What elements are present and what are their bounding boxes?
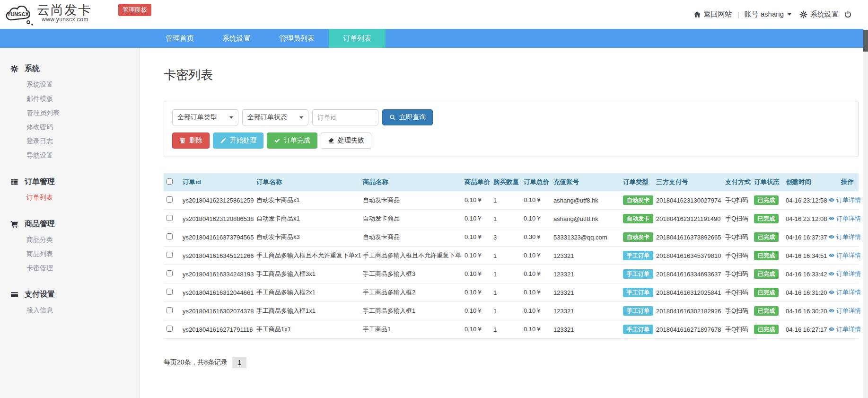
order-detail-label: 订单详情 bbox=[836, 307, 861, 315]
order-detail-link[interactable]: 订单详情 bbox=[828, 196, 861, 204]
order-id-cell: ys2018041616373794565 bbox=[180, 228, 254, 247]
sidebar-item[interactable]: 订单列表 bbox=[0, 190, 140, 204]
pencil-action-button[interactable]: 开始处理 bbox=[213, 133, 263, 149]
operation-cell: 订单详情 bbox=[825, 228, 859, 247]
order-id-input[interactable] bbox=[312, 109, 378, 125]
vertical-scrollbar bbox=[863, 29, 868, 398]
orders-table: 订单id订单名称商品名称商品单价购买数量订单总价充值账号订单类型三方支付号支付方… bbox=[164, 173, 859, 339]
sidebar-heading-4[interactable]: 支付设置 bbox=[0, 286, 140, 303]
order-type-cell: 手工订单 bbox=[620, 247, 653, 265]
pagination-summary: 每页20条，共8条记录 bbox=[164, 358, 228, 367]
search-icon bbox=[389, 114, 396, 121]
back-to-site-link[interactable]: 返回网站 bbox=[693, 10, 732, 19]
order-detail-link[interactable]: 订单详情 bbox=[828, 288, 861, 297]
chevron-down-icon bbox=[788, 13, 791, 16]
brand-url: www.yunscx.com bbox=[42, 16, 92, 23]
order-detail-link[interactable]: 订单详情 bbox=[828, 307, 861, 315]
order-detail-link[interactable]: 订单详情 bbox=[828, 214, 861, 223]
table-header-row: 订单id订单名称商品名称商品单价购买数量订单总价充值账号订单类型三方支付号支付方… bbox=[164, 173, 859, 191]
order-id-cell: ys2018041616302074378 bbox=[180, 302, 254, 320]
sidebar-item[interactable]: 商品分类 bbox=[0, 232, 140, 247]
row-checkbox[interactable] bbox=[167, 307, 173, 313]
search-button[interactable]: 立即查询 bbox=[382, 109, 433, 125]
table-row: ys2018041616271791116手工商品1x1手工商品10.10￥10… bbox=[164, 320, 859, 339]
sidebar-item[interactable]: 修改密码 bbox=[0, 120, 140, 134]
table-row: ys2018041616373794565自动发卡商品x3自动发卡商品0.10￥… bbox=[164, 228, 859, 247]
sidebar-item[interactable]: 系统设置 bbox=[0, 77, 140, 91]
sidebar-heading-label: 系统 bbox=[25, 64, 40, 74]
sidebar-item[interactable]: 导航设置 bbox=[0, 148, 140, 162]
admin-panel-badge[interactable]: 管理面板 bbox=[118, 4, 151, 16]
total-price-cell: 0.10￥ bbox=[521, 265, 551, 283]
row-checkbox[interactable] bbox=[167, 196, 173, 203]
product-name-cell: 手工商品多输入框2 bbox=[360, 283, 462, 302]
order-status-cell: 已完成 bbox=[751, 247, 783, 265]
order-detail-link[interactable]: 订单详情 bbox=[828, 270, 861, 278]
row-checkbox[interactable] bbox=[167, 289, 173, 295]
order-name-cell: 手工商品多输入框2x1 bbox=[254, 283, 360, 302]
nav-tab-4[interactable]: 订单列表 bbox=[329, 29, 386, 48]
cloud-logo-icon: YUNSCX bbox=[5, 3, 34, 27]
sidebar-heading-2[interactable]: 订单管理 bbox=[0, 173, 140, 190]
row-checkbox[interactable] bbox=[167, 215, 173, 221]
sidebar-heading-1[interactable]: 系统 bbox=[0, 60, 140, 77]
row-checkbox[interactable] bbox=[167, 326, 173, 332]
order-status-cell: 已完成 bbox=[751, 320, 783, 339]
nav-tab-1[interactable]: 管理首页 bbox=[151, 29, 208, 48]
row-checkbox[interactable] bbox=[167, 252, 173, 258]
product-name-cell: 手工商品多输入框且不允许重复下单 bbox=[360, 247, 462, 265]
sidebar-item[interactable]: 卡密管理 bbox=[0, 261, 140, 275]
order-type-select-value: 全部订单类型 bbox=[177, 113, 217, 122]
order-status-badge: 已完成 bbox=[754, 306, 779, 316]
check-icon bbox=[274, 137, 281, 144]
page-number-button[interactable]: 1 bbox=[232, 357, 246, 368]
main-navbar: 管理首页系统设置管理员列表订单列表 bbox=[0, 29, 868, 48]
sidebar-item[interactable]: 登录日志 bbox=[0, 134, 140, 148]
total-price-cell: 0.30￥ bbox=[521, 228, 551, 247]
account-menu[interactable]: 账号 ashang bbox=[745, 10, 791, 19]
power-icon bbox=[844, 10, 852, 18]
quantity-cell: 1 bbox=[491, 320, 521, 339]
nav-tab-3[interactable]: 管理员列表 bbox=[265, 29, 329, 48]
sidebar-item[interactable]: 管理员列表 bbox=[0, 106, 140, 120]
select-all-checkbox[interactable] bbox=[167, 178, 173, 185]
sidebar-section-3: 商品管理商品分类商品列表卡密管理 bbox=[0, 215, 140, 275]
order-detail-label: 订单详情 bbox=[836, 214, 861, 223]
column-header: 订单id bbox=[180, 173, 254, 191]
third-party-number-cell: 2018041623130027974 bbox=[653, 191, 722, 210]
row-checkbox[interactable] bbox=[167, 233, 173, 239]
eye-icon bbox=[828, 215, 835, 221]
total-price-cell: 0.10￥ bbox=[521, 302, 551, 320]
gear-icon bbox=[799, 10, 807, 18]
table-row: ys2018041623125861259自动发卡商品x1自动发卡商品0.10￥… bbox=[164, 191, 859, 210]
order-status-badge: 已完成 bbox=[754, 288, 779, 297]
order-status-select[interactable]: 全部订单状态 bbox=[242, 109, 308, 125]
quantity-cell: 1 bbox=[491, 247, 521, 265]
check-action-button[interactable]: 订单完成 bbox=[267, 133, 317, 149]
order-type-badge: 手工订单 bbox=[623, 325, 653, 334]
order-detail-link[interactable]: 订单详情 bbox=[828, 251, 861, 260]
order-type-cell: 手工订单 bbox=[620, 320, 653, 339]
sidebar-item[interactable]: 邮件模版 bbox=[0, 91, 140, 106]
sidebar-item[interactable]: 商品列表 bbox=[0, 247, 140, 261]
order-type-select[interactable]: 全部订单类型 bbox=[172, 109, 238, 125]
sidebar-heading-3[interactable]: 商品管理 bbox=[0, 215, 140, 232]
eraser-action-button[interactable]: 处理失败 bbox=[321, 133, 371, 149]
column-header: 购买数量 bbox=[491, 173, 521, 191]
nav-tab-2[interactable]: 系统设置 bbox=[208, 29, 265, 48]
scrollbar-thumb[interactable] bbox=[863, 30, 868, 52]
row-checkbox[interactable] bbox=[167, 270, 173, 276]
column-header: 操作 bbox=[825, 173, 859, 191]
order-name-cell: 手工商品1x1 bbox=[254, 320, 360, 339]
order-status-cell: 已完成 bbox=[751, 228, 783, 247]
trash-action-button[interactable]: 删除 bbox=[172, 133, 210, 149]
total-price-cell: 0.10￥ bbox=[521, 283, 551, 302]
order-detail-link[interactable]: 订单详情 bbox=[828, 233, 861, 241]
pay-method-cell: 手Q扫码 bbox=[722, 302, 751, 320]
gear-icon bbox=[10, 65, 18, 73]
order-detail-link[interactable]: 订单详情 bbox=[828, 325, 861, 334]
system-settings-link[interactable]: 系统设置 bbox=[799, 10, 839, 19]
logout-power-button[interactable] bbox=[844, 10, 852, 18]
sidebar-item[interactable]: 接入信息 bbox=[0, 303, 140, 317]
topbar: YUNSCX 云尚发卡 www.yunscx.com 管理面板 返回网站 | 账… bbox=[0, 0, 868, 29]
